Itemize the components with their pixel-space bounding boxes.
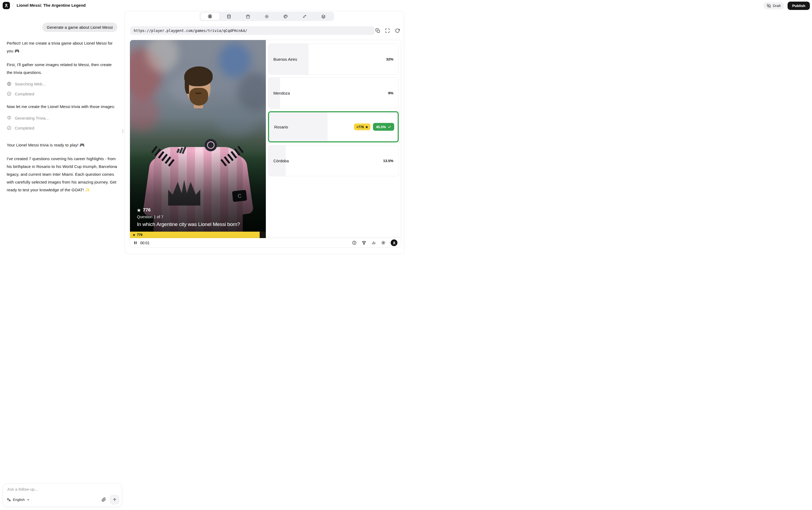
palette-icon — [283, 14, 288, 19]
assistant-paragraph: I've created 7 questions covering his ca… — [7, 155, 117, 194]
status-row-generating: Generating Trivia... — [7, 116, 117, 120]
chat-scrollbar[interactable] — [122, 129, 123, 133]
layers-icon — [321, 14, 326, 19]
answers-list: Buenos Aires 32% Mendoza 9% Rosario +776… — [266, 40, 401, 238]
tab-settings[interactable] — [257, 12, 276, 20]
breadcrumb-separator: / — [12, 3, 13, 7]
answer-label: Buenos Aires — [273, 57, 297, 61]
assistant-paragraph: Perfect! Let me create a trivia game abo… — [7, 39, 117, 55]
answer-card-rosario-correct[interactable]: Rosario +776 ★ 45.5% — [268, 111, 399, 142]
app-header: / Lionel Messi: The Argentine Legend Dra… — [0, 0, 406, 11]
assistant-paragraph: First, I'll gather some images related t… — [7, 61, 117, 76]
chat-panel: Generate a game about Lionel Messi Perfe… — [0, 11, 125, 255]
tab-layers[interactable] — [314, 12, 333, 20]
preview-toolbar — [200, 12, 334, 21]
status-label: Completed — [15, 92, 34, 96]
trophy-icon[interactable] — [362, 240, 366, 245]
star-icon: ★ — [137, 208, 141, 213]
calendar-icon — [246, 14, 250, 19]
inter-miami-crest — [205, 139, 217, 151]
chat-scroll-area[interactable]: Generate a game about Lionel Messi Perfe… — [0, 11, 125, 255]
progress-score: 776 — [137, 233, 143, 237]
correct-percentage-badge: 45.5% — [373, 123, 394, 131]
leaderboard-icon[interactable] — [371, 240, 376, 245]
script-icon — [302, 14, 307, 19]
game-timer: 00:01 — [140, 241, 150, 245]
game-url: https://player.playgent.com/games/trivia… — [134, 28, 247, 33]
game-control-bar: 00:01 — [130, 238, 401, 248]
question-text: In which Argentine city was Lionel Messi… — [137, 221, 262, 227]
answer-percentage: 13.5% — [383, 159, 393, 163]
bonus-points-badge: +776 ★ — [354, 123, 370, 130]
gear-icon — [265, 14, 269, 19]
info-icon[interactable] — [352, 240, 357, 245]
copy-url-icon[interactable] — [375, 28, 380, 33]
database-icon — [227, 14, 231, 19]
answer-label: Mendoza — [273, 91, 290, 95]
player-avatar[interactable] — [391, 239, 397, 246]
star-icon: ★ — [365, 125, 368, 129]
answer-card-buenos-aires[interactable]: Buenos Aires 32% — [268, 44, 399, 75]
check-circle-icon — [7, 91, 11, 96]
status-row-searching: Searching Web... — [7, 81, 117, 86]
check-circle-icon — [7, 125, 11, 130]
globe-icon — [7, 81, 11, 86]
status-row-completed: Completed — [7, 125, 117, 130]
user-message-bubble: Generate a game about Lionel Messi — [42, 23, 117, 32]
messi-photo: C ★ 776 — [130, 40, 266, 232]
score-display: ★ 776 — [137, 207, 262, 213]
timer-progress-bar: ★ 776 — [130, 232, 266, 238]
check-icon — [388, 125, 391, 129]
star-icon: ★ — [133, 233, 136, 237]
assistant-paragraph: Your Lionel Messi trivia is ready to pla… — [7, 141, 117, 149]
game-preview-frame: C ★ 776 — [130, 40, 401, 248]
status-row-completed: Completed — [7, 91, 117, 96]
tab-actions[interactable] — [295, 12, 314, 20]
pause-button[interactable] — [133, 241, 138, 245]
tab-schedule[interactable] — [238, 12, 257, 20]
tab-preview[interactable] — [201, 12, 219, 20]
preview-panel: https://player.playgent.com/games/trivia… — [125, 11, 404, 254]
assistant-paragraph: Now let me create the Lionel Messi trivi… — [7, 103, 117, 110]
answer-card-mendoza[interactable]: Mendoza 9% — [268, 77, 399, 109]
settings-icon[interactable] — [381, 240, 386, 245]
answer-label: Rosario — [274, 125, 288, 129]
score-value: 776 — [143, 207, 150, 213]
answer-card-cordoba[interactable]: Córdoba 13.5% — [268, 145, 399, 176]
answer-label: Córdoba — [273, 159, 289, 163]
refresh-icon[interactable] — [395, 28, 400, 33]
fullscreen-icon[interactable] — [385, 28, 390, 33]
tab-data[interactable] — [219, 12, 238, 20]
question-media: C ★ 776 — [130, 40, 266, 238]
status-label: Generating Trivia... — [15, 116, 49, 120]
page-title: Lionel Messi: The Argentine Legend — [17, 3, 86, 7]
status-label: Completed — [15, 126, 34, 130]
game-url-bar[interactable]: https://player.playgent.com/games/trivia… — [130, 26, 374, 35]
playgent-logo-icon[interactable] — [3, 2, 10, 9]
answer-percentage: 9% — [388, 91, 393, 95]
tab-theme[interactable] — [276, 12, 295, 20]
status-label: Searching Web... — [15, 82, 46, 86]
eye-icon — [208, 14, 212, 19]
timer-progress-fill: ★ 776 — [130, 232, 260, 238]
answer-percentage: 32% — [386, 57, 393, 61]
brain-icon — [7, 116, 11, 120]
question-counter: Question 1 of 7 — [137, 215, 262, 219]
